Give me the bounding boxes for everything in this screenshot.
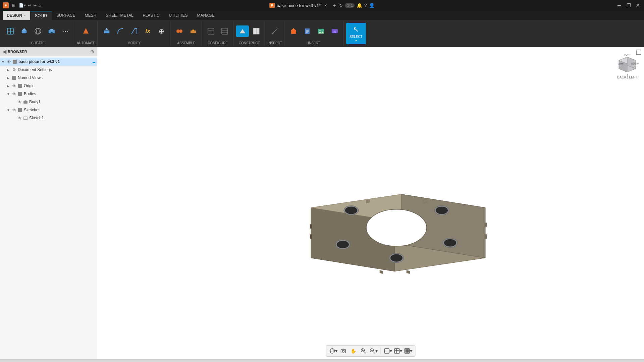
tab-sheet-metal[interactable]: SHEET METAL	[101, 11, 138, 20]
svg-rect-45	[18, 108, 22, 112]
zoom-out-btn[interactable]: ▾	[369, 347, 378, 355]
tree-item-doc-settings[interactable]: ▶ ⚙ Document Settings	[0, 66, 97, 74]
chamfer-btn[interactable]	[128, 25, 141, 37]
automate-btn[interactable]	[79, 25, 92, 37]
sketches-chevron: ▼	[7, 108, 11, 112]
config-btn2[interactable]	[218, 25, 231, 37]
browser-settings-btn[interactable]: ⊕	[90, 49, 94, 54]
svg-point-16	[192, 29, 194, 32]
undo-btn[interactable]: ↩	[28, 3, 31, 8]
root-chevron: ▼	[1, 60, 6, 64]
notification-btn[interactable]: 🔔	[357, 3, 362, 8]
tree-item-sketch1[interactable]: 👁 Sketch1	[0, 114, 97, 122]
tab-plastic[interactable]: PLASTIC	[138, 11, 164, 20]
origin-label: Origin	[24, 83, 96, 88]
tree-item-sketches[interactable]: ▼ 👁 Sketches	[0, 106, 97, 114]
new-comp-icon	[6, 26, 15, 36]
svg-point-83	[330, 350, 334, 352]
svg-rect-98	[405, 349, 409, 353]
hole-btn[interactable]	[45, 25, 58, 37]
viewport[interactable]: TOP LEFT RIGHT ↑ BACK | LEFT ▾ ✋	[97, 47, 644, 359]
bodies-eye[interactable]: 👁	[11, 91, 17, 97]
press-pull-icon	[102, 26, 111, 36]
construct-plane-btn[interactable]	[236, 25, 249, 37]
ribbon-content: ⋯ CREATE AUTOMATE	[0, 20, 644, 47]
inspect-label: INSPECT	[268, 41, 282, 45]
origin-eye[interactable]: 👁	[11, 83, 17, 88]
measure-btn[interactable]	[268, 25, 281, 37]
sketch1-icon	[23, 115, 28, 121]
revolve-btn[interactable]	[32, 25, 44, 37]
help-btn[interactable]: ?	[364, 3, 367, 8]
named-views-label: Named Views	[18, 75, 96, 80]
title-close-btn[interactable]: ✕	[324, 3, 327, 8]
svg-rect-11	[104, 31, 109, 33]
sketches-eye[interactable]: 👁	[11, 107, 17, 113]
svg-rect-81	[636, 50, 641, 55]
sketch1-eye[interactable]: 👁	[17, 115, 22, 121]
move-copy-btn[interactable]: ⊕	[155, 25, 168, 37]
tab-surface[interactable]: SURFACE	[52, 11, 80, 20]
reload-btn[interactable]: ↻	[339, 3, 343, 8]
orbit-options-btn[interactable]: ▾	[329, 347, 338, 355]
more-create[interactable]: ⋯	[59, 25, 72, 37]
extrude-btn[interactable]	[18, 25, 31, 37]
joint-btn[interactable]	[173, 25, 186, 37]
new-tab-btn[interactable]: ＋	[332, 2, 337, 9]
tab-manage[interactable]: MANAGE	[193, 11, 219, 20]
insert-mesh-btn[interactable]	[287, 25, 300, 37]
tab-mesh[interactable]: MESH	[80, 11, 101, 20]
decal-btn[interactable]	[328, 25, 341, 37]
zoom-btn[interactable]	[359, 347, 368, 355]
root-eye[interactable]: 👁	[6, 59, 11, 64]
minimize-btn[interactable]: ─	[616, 3, 623, 8]
pan-btn[interactable]: ✋	[349, 347, 358, 355]
svg-rect-41	[18, 84, 22, 88]
group-select: ↖ SELECT ▼	[344, 21, 368, 46]
env-btn[interactable]: ▾	[404, 347, 413, 355]
svg-rect-67	[310, 235, 312, 239]
config-btn1[interactable]	[205, 25, 217, 37]
tree-item-named-views[interactable]: ▶ Named Views	[0, 74, 97, 82]
main: ◀ BROWSER ⊕ ▼ 👁 base piece for wk3 v1 ☁ …	[0, 47, 644, 359]
tree-item-body1[interactable]: 👁 Body1	[0, 98, 97, 106]
file-menu[interactable]: 📄▾	[19, 3, 26, 8]
fillet-btn[interactable]	[114, 25, 127, 37]
grid-btn[interactable]: ▾	[394, 347, 402, 355]
tab-utilities[interactable]: UTILITIES	[164, 11, 193, 20]
maximize-btn[interactable]: ❐	[625, 3, 632, 8]
display-mode-btn[interactable]: ▾	[384, 347, 392, 355]
design-dropdown[interactable]: DESIGN ▼	[3, 11, 30, 20]
redo-btn[interactable]: ↪	[33, 3, 37, 8]
browser-back-btn[interactable]: ◀	[3, 49, 6, 54]
joint-origin-icon	[189, 26, 198, 36]
tree-item-root[interactable]: ▼ 👁 base piece for wk3 v1 ☁	[0, 58, 97, 66]
account-count: ① 1	[345, 3, 355, 8]
joint-origin-btn[interactable]	[187, 25, 200, 37]
sketch1-label: Sketch1	[29, 116, 96, 120]
construct-axis-btn[interactable]	[250, 25, 263, 37]
design-arrow: ▼	[23, 14, 26, 17]
close-btn[interactable]: ✕	[635, 3, 641, 8]
camera-btn[interactable]	[339, 347, 348, 355]
avatar-btn[interactable]: 👤	[369, 3, 375, 8]
tree-item-origin[interactable]: ▶ 👁 Origin	[0, 82, 97, 90]
tab-solid[interactable]: SOLID	[30, 11, 52, 20]
home-btn[interactable]: ⌂	[39, 3, 41, 8]
tree-item-bodies[interactable]: ▼ 👁 Bodies	[0, 90, 97, 98]
svg-rect-70	[485, 223, 487, 227]
svg-point-9	[51, 32, 53, 33]
body1-eye[interactable]: 👁	[17, 99, 22, 105]
insert-dxf-btn[interactable]	[301, 25, 314, 37]
new-component-btn[interactable]	[4, 25, 17, 37]
title-bar-left: F ⊞ 📄▾ ↩ ↪ ⌂	[3, 2, 41, 8]
svg-marker-44	[24, 100, 27, 101]
select-btn[interactable]: ↖ SELECT ▼	[346, 23, 366, 44]
body1-label: Body1	[29, 100, 96, 104]
fx-btn[interactable]: fx	[142, 25, 154, 37]
press-pull-btn[interactable]	[100, 25, 113, 37]
viewport-maximize-btn[interactable]	[636, 50, 641, 56]
select-items: ↖ SELECT ▼	[346, 22, 366, 45]
app-grid-icon[interactable]: ⊞	[12, 3, 15, 8]
insert-image-btn[interactable]	[315, 25, 327, 37]
